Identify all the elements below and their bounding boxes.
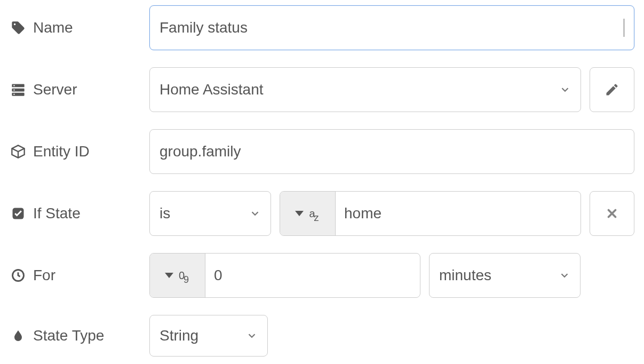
if-state-type-toggle[interactable]: az xyxy=(280,192,336,235)
label-name: Name xyxy=(10,19,149,36)
chevron-down-icon xyxy=(246,330,258,342)
for-unit-value: minutes xyxy=(439,267,491,284)
chevron-down-icon xyxy=(559,84,571,96)
remove-condition-button[interactable] xyxy=(590,191,634,236)
text-cursor xyxy=(624,19,624,37)
svg-point-4 xyxy=(13,89,14,90)
row-server: Server Home Assistant xyxy=(10,67,634,112)
label-server-text: Server xyxy=(33,81,77,98)
number-type-icon: 09 xyxy=(179,270,190,281)
cube-icon xyxy=(10,143,27,160)
row-for: For 09 0 minutes xyxy=(10,253,634,298)
server-icon xyxy=(10,81,27,98)
string-type-icon: az xyxy=(309,208,320,219)
label-state-type: State Type xyxy=(10,327,149,344)
for-unit-select[interactable]: minutes xyxy=(429,253,581,298)
for-type-toggle[interactable]: 09 xyxy=(150,254,205,297)
entity-id-input[interactable]: group.family xyxy=(149,129,634,174)
server-select[interactable]: Home Assistant xyxy=(149,67,581,112)
label-entity-id-text: Entity ID xyxy=(33,143,90,160)
row-entity-id: Entity ID group.family xyxy=(10,129,634,174)
chevron-down-icon xyxy=(559,270,570,281)
label-name-text: Name xyxy=(33,19,73,36)
for-value-input[interactable]: 09 0 xyxy=(149,253,420,298)
pencil-icon xyxy=(605,82,619,97)
entity-id-value: group.family xyxy=(160,143,624,160)
chevron-down-icon xyxy=(249,208,261,219)
state-type-value: String xyxy=(160,327,198,344)
caret-down-icon xyxy=(295,211,304,216)
server-select-value: Home Assistant xyxy=(160,81,264,98)
label-server: Server xyxy=(10,81,149,98)
row-name: Name Family status xyxy=(10,5,634,50)
caret-down-icon xyxy=(165,273,173,278)
tag-icon xyxy=(10,19,27,36)
label-for: For xyxy=(10,267,149,284)
if-state-value: home xyxy=(336,192,581,235)
check-square-icon xyxy=(10,205,27,222)
svg-point-3 xyxy=(13,85,14,86)
name-input[interactable]: Family status xyxy=(149,5,634,50)
if-state-comparator-select[interactable]: is xyxy=(149,191,271,236)
svg-point-5 xyxy=(13,94,14,95)
label-for-text: For xyxy=(33,267,55,284)
label-state-type-text: State Type xyxy=(33,327,104,344)
clock-icon xyxy=(10,267,27,284)
row-state-type: State Type String xyxy=(10,315,634,357)
label-if-state: If State xyxy=(10,205,149,222)
label-if-state-text: If State xyxy=(33,205,81,222)
row-if-state: If State is az home xyxy=(10,191,634,236)
x-icon xyxy=(605,207,619,220)
label-entity-id: Entity ID xyxy=(10,143,149,160)
edit-server-button[interactable] xyxy=(590,67,634,112)
tint-icon xyxy=(10,327,27,344)
state-type-select[interactable]: String xyxy=(149,315,268,357)
name-input-value: Family status xyxy=(160,19,623,36)
if-state-comparator-value: is xyxy=(160,205,170,222)
for-value: 0 xyxy=(205,254,420,297)
if-state-value-input[interactable]: az home xyxy=(280,191,581,236)
